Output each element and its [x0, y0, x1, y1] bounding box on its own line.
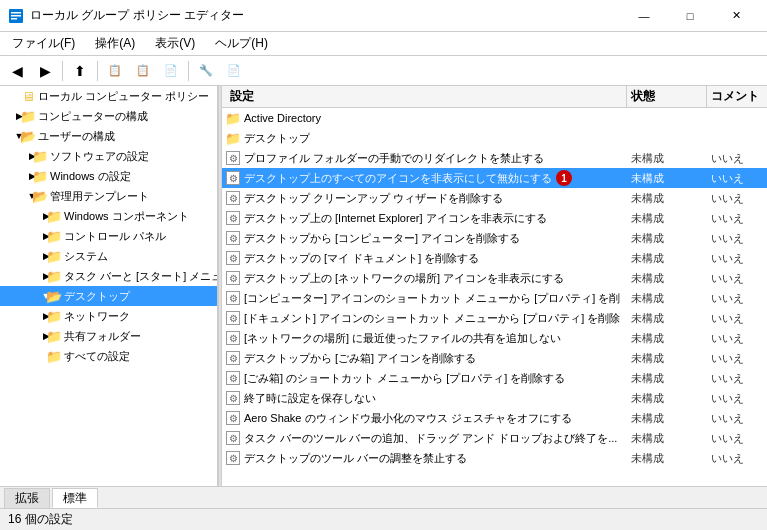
- row-setting-8: ⚙デスクトップ上の [ネットワークの場所] アイコンを非表示にする: [222, 268, 627, 288]
- up-button[interactable]: ⬆: [67, 59, 93, 83]
- tree-label: Windows コンポーネント: [64, 209, 189, 224]
- header-comment[interactable]: コメント: [707, 86, 767, 107]
- list-row[interactable]: ⚙[ごみ箱] のショートカット メニューから [プロパティ] を削除する未構成い…: [222, 368, 767, 388]
- list-row[interactable]: ⚙[コンピューター] アイコンのショートカット メニューから [プロパティ] を…: [222, 288, 767, 308]
- row-label-15: Aero Shake のウィンドウ最小化のマウス ジェスチャをオフにする: [244, 411, 572, 426]
- tree-toggle[interactable]: ▶: [4, 148, 32, 164]
- tab-extended[interactable]: 拡張: [4, 488, 50, 508]
- tree-label: すべての設定: [64, 349, 130, 364]
- tree-toggle[interactable]: ▼: [4, 288, 46, 304]
- row-comment-6: いいえ: [707, 231, 767, 246]
- tree-item-admin-templates[interactable]: ▼ 📂 管理用テンプレート: [0, 186, 217, 206]
- tree-item-windows-settings[interactable]: ▶ 📁 Windows の設定: [0, 166, 217, 186]
- back-button[interactable]: ◀: [4, 59, 30, 83]
- tree-toggle[interactable]: ▶: [4, 228, 46, 244]
- list-row[interactable]: ⚙終了時に設定を保存しない未構成いいえ: [222, 388, 767, 408]
- menu-view[interactable]: 表示(V): [147, 33, 203, 54]
- list-row[interactable]: ⚙デスクトップ上のすべてのアイコンを非表示にして無効にする1未構成いいえ: [222, 168, 767, 188]
- list-row[interactable]: ⚙デスクトップの [マイ ドキュメント] を削除する未構成いいえ: [222, 248, 767, 268]
- list-row[interactable]: ⚙デスクトップ上の [Internet Explorer] アイコンを非表示にす…: [222, 208, 767, 228]
- toolbar-separator-2: [97, 61, 98, 81]
- tree-label: ユーザーの構成: [38, 129, 115, 144]
- tab-standard[interactable]: 標準: [52, 488, 98, 508]
- tree-toggle[interactable]: [4, 88, 20, 104]
- maximize-button[interactable]: □: [667, 0, 713, 32]
- tree-item-taskbar[interactable]: ▶ 📁 タスク バーと [スタート] メニュ: [0, 266, 217, 286]
- setting-row-icon: ⚙: [226, 231, 240, 245]
- tree-toggle[interactable]: ▼: [4, 128, 20, 144]
- forward-button[interactable]: ▶: [32, 59, 58, 83]
- list-row[interactable]: ⚙[ネットワークの場所] に最近使ったファイルの共有を追加しない未構成いいえ: [222, 328, 767, 348]
- row-status-17: 未構成: [627, 451, 707, 466]
- row-comment-10: いいえ: [707, 311, 767, 326]
- tree-item-all-settings[interactable]: 📁 すべての設定: [0, 346, 217, 366]
- list-row[interactable]: ⚙プロファイル フォルダーの手動でのリダイレクトを禁止する未構成いいえ: [222, 148, 767, 168]
- row-setting-6: ⚙デスクトップから [コンピューター] アイコンを削除する: [222, 228, 627, 248]
- tree-toggle[interactable]: ▼: [4, 188, 32, 204]
- tree-item-computer-config[interactable]: ▶ 📁 コンピューターの構成: [0, 106, 217, 126]
- setting-row-icon: ⚙: [226, 171, 240, 185]
- toolbar: ◀ ▶ ⬆ 📋 📋 📄 🔧 📄: [0, 56, 767, 86]
- tree-item-local-policy[interactable]: 🖥 ローカル コンピューター ポリシー: [0, 86, 217, 106]
- list-row[interactable]: ⚙デスクトップから [ごみ箱] アイコンを削除する未構成いいえ: [222, 348, 767, 368]
- list-row[interactable]: ⚙デスクトップ上の [ネットワークの場所] アイコンを非表示にする未構成いいえ: [222, 268, 767, 288]
- folder-open-icon: 📂: [32, 188, 48, 204]
- row-comment-16: いいえ: [707, 431, 767, 446]
- row-comment-4: いいえ: [707, 191, 767, 206]
- menu-file[interactable]: ファイル(F): [4, 33, 83, 54]
- extra-button[interactable]: 📄: [221, 59, 247, 83]
- minimize-button[interactable]: —: [621, 0, 667, 32]
- row-comment-11: いいえ: [707, 331, 767, 346]
- list-row[interactable]: ⚙Aero Shake のウィンドウ最小化のマウス ジェスチャをオフにする未構成…: [222, 408, 767, 428]
- tree-item-shared-folder[interactable]: ▶ 📁 共有フォルダー: [0, 326, 217, 346]
- tree-toggle[interactable]: ▶: [4, 248, 46, 264]
- svg-rect-2: [11, 15, 21, 17]
- help-button[interactable]: 📄: [158, 59, 184, 83]
- row-label-3: デスクトップ上のすべてのアイコンを非表示にして無効にする: [244, 171, 552, 186]
- header-status[interactable]: 状態: [627, 86, 707, 107]
- tree-item-software[interactable]: ▶ 📁 ソフトウェアの設定: [0, 146, 217, 166]
- tree-toggle[interactable]: ▶: [4, 208, 46, 224]
- tree-toggle[interactable]: ▶: [4, 328, 46, 344]
- list-row[interactable]: ⚙デスクトップから [コンピューター] アイコンを削除する未構成いいえ: [222, 228, 767, 248]
- folder-icon: 📁: [46, 328, 62, 344]
- list-row[interactable]: ⚙[ドキュメント] アイコンのショートカット メニューから [プロパティ] を削…: [222, 308, 767, 328]
- tree-item-control-panel[interactable]: ▶ 📁 コントロール パネル: [0, 226, 217, 246]
- row-label-5: デスクトップ上の [Internet Explorer] アイコンを非表示にする: [244, 211, 547, 226]
- tree-toggle[interactable]: ▶: [4, 268, 46, 284]
- menu-help[interactable]: ヘルプ(H): [207, 33, 276, 54]
- row-comment-14: いいえ: [707, 391, 767, 406]
- tree-item-user-config[interactable]: ▼ 📂 ユーザーの構成: [0, 126, 217, 146]
- row-setting-0: 📁Active Directory: [222, 108, 627, 128]
- tree-label: ネットワーク: [64, 309, 130, 324]
- filter-button[interactable]: 🔧: [193, 59, 219, 83]
- main-area: 🖥 ローカル コンピューター ポリシー ▶ 📁 コンピューターの構成 ▼ 📂 ユ…: [0, 86, 767, 486]
- list-row[interactable]: ⚙デスクトップのツール バーの調整を禁止する未構成いいえ: [222, 448, 767, 468]
- tree-item-system[interactable]: ▶ 📁 システム: [0, 246, 217, 266]
- tree-toggle[interactable]: ▶: [4, 108, 20, 124]
- row-setting-9: ⚙[コンピューター] アイコンのショートカット メニューから [プロパティ] を…: [222, 288, 627, 308]
- folder-row-icon: 📁: [226, 131, 240, 145]
- show-button[interactable]: 📋: [102, 59, 128, 83]
- list-row[interactable]: 📁デスクトップ: [222, 128, 767, 148]
- row-comment-2: いいえ: [707, 151, 767, 166]
- tree-toggle[interactable]: ▶: [4, 168, 32, 184]
- list-row[interactable]: 📁Active Directory: [222, 108, 767, 128]
- tree-toggle[interactable]: ▶: [4, 308, 46, 324]
- list-row[interactable]: ⚙デスクトップ クリーンアップ ウィザードを削除する未構成いいえ: [222, 188, 767, 208]
- tree-label: 管理用テンプレート: [50, 189, 149, 204]
- close-button[interactable]: ✕: [713, 0, 759, 32]
- tree-item-desktop[interactable]: ▼ 📂 デスクトップ: [0, 286, 217, 306]
- tree-toggle[interactable]: [4, 348, 46, 364]
- list-row[interactable]: ⚙タスク バーのツール バーの追加、ドラッグ アンド ドロップおよび終了を...…: [222, 428, 767, 448]
- row-label-7: デスクトップの [マイ ドキュメント] を削除する: [244, 251, 479, 266]
- properties-button[interactable]: 📋: [130, 59, 156, 83]
- tree-item-windows-components[interactable]: ▶ 📁 Windows コンポーネント: [0, 206, 217, 226]
- folder-icon: 📁: [32, 168, 48, 184]
- menu-action[interactable]: 操作(A): [87, 33, 143, 54]
- setting-row-icon: ⚙: [226, 251, 240, 265]
- row-status-16: 未構成: [627, 431, 707, 446]
- header-setting[interactable]: 設定: [222, 86, 627, 107]
- tree-item-network[interactable]: ▶ 📁 ネットワーク: [0, 306, 217, 326]
- row-setting-16: ⚙タスク バーのツール バーの追加、ドラッグ アンド ドロップおよび終了を...: [222, 428, 627, 448]
